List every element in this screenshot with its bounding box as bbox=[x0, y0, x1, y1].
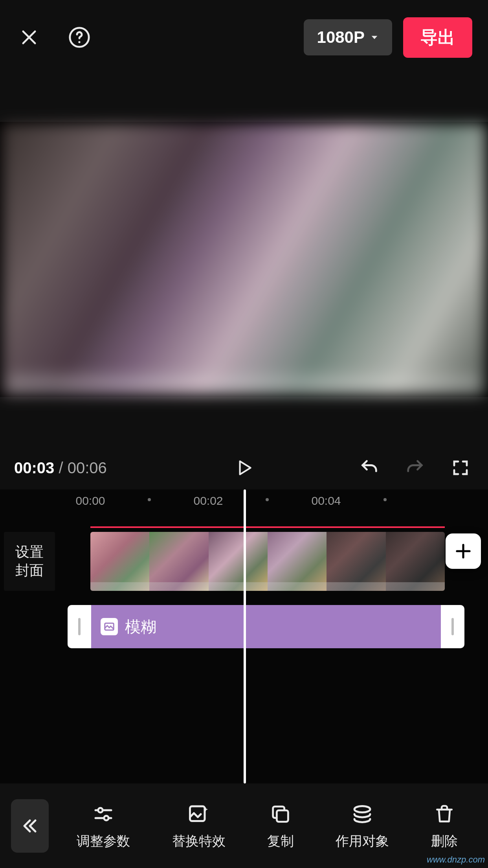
svg-point-14 bbox=[354, 806, 370, 812]
set-cover-label: 设置 封面 bbox=[15, 543, 44, 580]
svg-point-11 bbox=[104, 816, 109, 820]
effect-body[interactable]: 模糊 bbox=[91, 605, 441, 648]
play-button[interactable] bbox=[231, 454, 257, 481]
toolbar-back-button[interactable] bbox=[11, 799, 49, 853]
effect-type-icon bbox=[101, 618, 118, 635]
tool-label: 复制 bbox=[267, 832, 294, 850]
clip-thumbnail bbox=[268, 532, 327, 591]
video-editor-app: 1080P 导出 00:03 / 00:06 bbox=[0, 0, 488, 868]
undo-icon bbox=[359, 458, 380, 478]
ruler-tick: 00:04 bbox=[311, 494, 341, 508]
clip-top-indicator bbox=[90, 526, 445, 528]
handle-bar-icon bbox=[451, 618, 454, 635]
sliders-icon bbox=[92, 802, 115, 826]
add-clip-button[interactable] bbox=[446, 533, 481, 569]
header-right: 1080P 导出 bbox=[304, 17, 472, 58]
picture-icon bbox=[103, 621, 115, 633]
clip-thumbnail bbox=[90, 532, 149, 591]
clip-thumbnail bbox=[209, 532, 268, 591]
play-icon bbox=[234, 458, 254, 478]
effect-clip[interactable]: 模糊 bbox=[68, 605, 464, 648]
bottom-toolbar: 调整参数 替换特效 复制 作用对象 删除 bbox=[0, 783, 488, 868]
clip-thumbnail bbox=[327, 532, 385, 591]
undo-button[interactable] bbox=[356, 454, 383, 481]
tool-apply-target[interactable]: 作用对象 bbox=[336, 802, 389, 850]
tool-label: 删除 bbox=[431, 832, 458, 850]
svg-point-9 bbox=[98, 808, 103, 813]
tool-copy[interactable]: 复制 bbox=[267, 802, 294, 850]
chevron-left-double-icon bbox=[20, 817, 39, 835]
image-sparkle-icon bbox=[187, 802, 211, 826]
toolbar-items: 调整参数 替换特效 复制 作用对象 删除 bbox=[56, 802, 488, 850]
close-icon bbox=[19, 27, 39, 48]
tool-label: 作用对象 bbox=[336, 832, 389, 850]
preview-area bbox=[0, 122, 488, 397]
clip-thumbnail bbox=[149, 532, 208, 591]
resolution-label: 1080P bbox=[317, 28, 365, 47]
tool-adjust-params[interactable]: 调整参数 bbox=[77, 802, 130, 850]
copy-icon bbox=[269, 803, 292, 826]
ruler-tick: 00:00 bbox=[75, 494, 105, 508]
handle-bar-icon bbox=[78, 618, 81, 635]
redo-icon bbox=[405, 458, 425, 478]
close-button[interactable] bbox=[16, 24, 42, 51]
effect-label: 模糊 bbox=[125, 616, 156, 638]
tool-delete[interactable]: 删除 bbox=[431, 802, 458, 850]
trash-icon bbox=[433, 803, 455, 825]
playback-bar: 00:03 / 00:06 bbox=[0, 448, 488, 487]
tool-label: 调整参数 bbox=[77, 832, 130, 850]
tool-label: 替换特效 bbox=[172, 832, 226, 850]
video-preview[interactable] bbox=[2, 124, 486, 395]
redo-button[interactable] bbox=[402, 454, 428, 481]
effect-handle-right[interactable] bbox=[441, 605, 464, 648]
ruler-dot bbox=[383, 498, 387, 501]
help-icon bbox=[68, 26, 91, 49]
timeline[interactable]: 00:00 00:02 00:04 设置 封面 bbox=[0, 489, 488, 783]
header: 1080P 导出 bbox=[0, 0, 488, 75]
plus-icon bbox=[454, 542, 473, 561]
chevron-down-icon bbox=[370, 33, 379, 42]
fullscreen-icon bbox=[451, 458, 470, 477]
ruler-dot bbox=[266, 498, 269, 501]
time-ruler[interactable]: 00:00 00:02 00:04 bbox=[0, 489, 488, 509]
total-time: 00:06 bbox=[68, 459, 107, 476]
tool-replace-effect[interactable]: 替换特效 bbox=[172, 802, 226, 850]
playback-right bbox=[356, 454, 474, 481]
subtitle-strip bbox=[7, 374, 481, 395]
help-button[interactable] bbox=[66, 24, 93, 51]
set-cover-button[interactable]: 设置 封面 bbox=[4, 532, 55, 591]
ruler-dot bbox=[148, 498, 151, 501]
time-separator: / bbox=[59, 459, 63, 476]
header-left bbox=[16, 24, 93, 51]
svg-point-3 bbox=[78, 41, 80, 43]
export-button[interactable]: 导出 bbox=[403, 17, 472, 58]
svg-rect-13 bbox=[277, 810, 288, 822]
fullscreen-button[interactable] bbox=[447, 454, 474, 481]
video-clip[interactable] bbox=[90, 532, 445, 591]
ruler-tick: 00:02 bbox=[193, 494, 223, 508]
layers-icon bbox=[350, 802, 374, 826]
watermark: www.dnzp.com bbox=[427, 855, 485, 865]
current-time: 00:03 bbox=[14, 459, 54, 476]
time-display: 00:03 / 00:06 bbox=[14, 459, 107, 477]
export-label: 导出 bbox=[420, 28, 455, 47]
clip-thumbnail bbox=[386, 532, 445, 591]
resolution-selector[interactable]: 1080P bbox=[304, 19, 392, 55]
svg-marker-4 bbox=[240, 461, 251, 474]
effect-handle-left[interactable] bbox=[68, 605, 91, 648]
